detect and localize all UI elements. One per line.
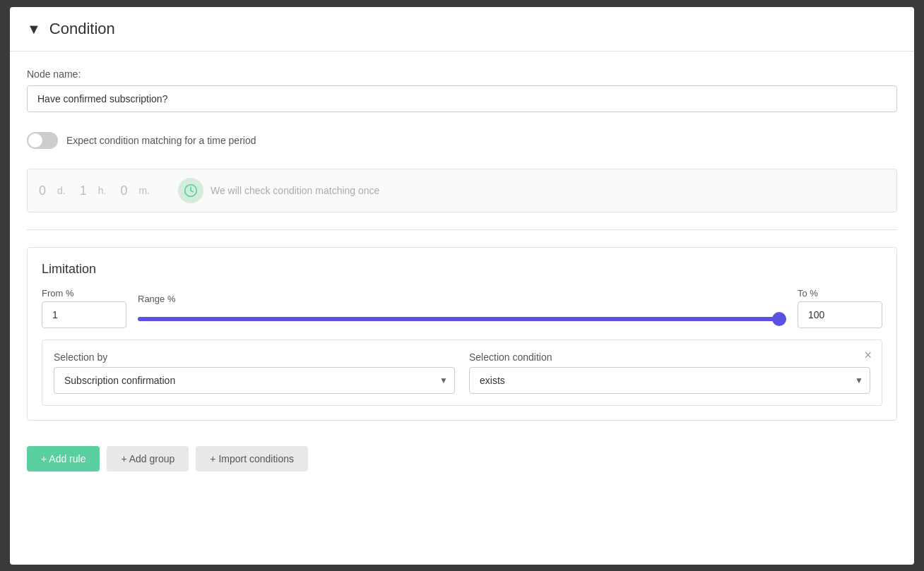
selection-condition-label: Selection condition (469, 351, 870, 363)
time-period-row: 0 d. 1 h. 0 m. We will check condition m… (27, 169, 897, 212)
node-name-input[interactable] (27, 85, 897, 112)
add-rule-button[interactable]: + Add rule (27, 446, 100, 471)
selection-condition-field: Selection condition exists does not exis… (469, 351, 870, 394)
slider-container (138, 307, 786, 328)
hours-value: 1 (80, 184, 94, 198)
range-label: Range % (138, 294, 786, 304)
selection-by-label: Selection by (54, 351, 455, 363)
limitation-title: Limitation (42, 262, 882, 277)
selection-by-select[interactable]: Subscription confirmation Email Phone (54, 367, 455, 394)
selection-fields-row: Selection by Subscription confirmation E… (54, 351, 870, 394)
selection-card: × Selection by Subscription confirmation… (42, 339, 882, 406)
to-field: To % (798, 288, 882, 328)
panel-body: Node name: Expect condition matching for… (10, 52, 914, 565)
from-label: From % (42, 288, 126, 299)
to-input[interactable] (798, 301, 882, 328)
selection-by-field: Selection by Subscription confirmation E… (54, 351, 455, 394)
hours-unit: h. (98, 185, 107, 196)
panel-header: ▼ Condition (10, 7, 914, 52)
minutes-value: 0 (120, 184, 134, 198)
range-field: Range % (138, 294, 786, 328)
section-divider (27, 229, 897, 230)
import-conditions-button[interactable]: + Import conditions (196, 446, 308, 471)
range-slider[interactable] (138, 317, 786, 321)
time-message-text: We will check condition matching once (211, 185, 379, 196)
hours-field: 1 h. (80, 184, 107, 198)
add-group-button[interactable]: + Add group (107, 446, 189, 471)
limitation-section: Limitation From % Range % To % (27, 247, 897, 421)
minutes-field: 0 m. (120, 184, 150, 198)
minutes-unit: m. (138, 185, 150, 196)
time-period-toggle[interactable] (27, 132, 58, 149)
days-value: 0 (39, 184, 53, 198)
days-field: 0 d. (39, 184, 66, 198)
close-icon[interactable]: × (864, 349, 872, 361)
toggle-knob (28, 133, 42, 148)
node-name-label: Node name: (27, 68, 897, 80)
actions-row: + Add rule + Add group + Import conditio… (27, 446, 897, 471)
days-unit: d. (57, 185, 66, 196)
from-input[interactable] (42, 301, 126, 328)
clock-icon (178, 178, 203, 203)
selection-by-wrapper: Subscription confirmation Email Phone ▼ (54, 367, 455, 394)
toggle-label: Expect condition matching for a time per… (66, 135, 256, 146)
time-message: We will check condition matching once (164, 178, 885, 203)
filter-icon: ▼ (27, 21, 41, 37)
condition-panel: ▼ Condition Node name: Expect condition … (10, 7, 914, 565)
from-field: From % (42, 288, 126, 328)
panel-title: Condition (49, 20, 115, 38)
toggle-row: Expect condition matching for a time per… (27, 126, 897, 155)
selection-condition-wrapper: exists does not exist equals not equals … (469, 367, 870, 394)
node-name-section: Node name: (27, 68, 897, 112)
to-label: To % (798, 288, 882, 299)
range-row: From % Range % To % (42, 288, 882, 328)
selection-condition-select[interactable]: exists does not exist equals not equals (469, 367, 870, 394)
